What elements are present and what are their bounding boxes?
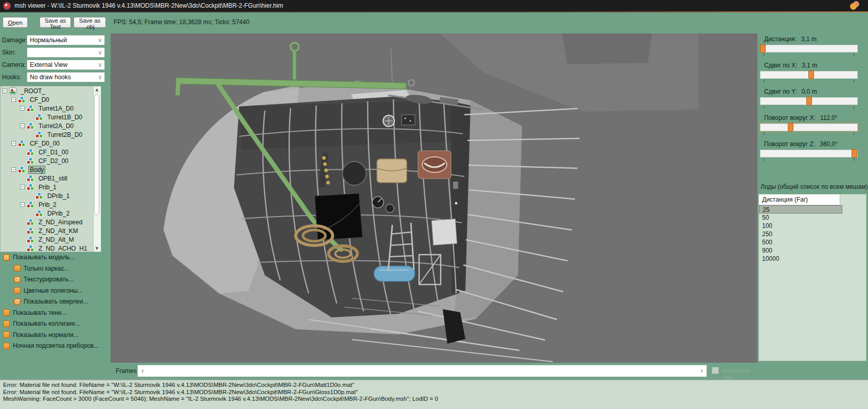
tree-node-Prib_2[interactable]: −Prib_2 [1,200,101,209]
tree-node-Turret2B_D0[interactable]: Turret2B_D0 [1,130,101,139]
tree-node-CF_D2_00[interactable]: CF_D2_00 [1,156,101,165]
title-bar[interactable]: msh viewer - W:\IL-2 Sturmovik 1946 v.4.… [0,0,868,11]
toggle-row[interactable]: Показывать нормали... [3,331,79,339]
orange-checkbox[interactable] [3,309,10,316]
scroll-right-icon[interactable]: › [700,366,703,375]
tree-node-DPrib_1[interactable]: DPrib_1 [1,191,101,200]
slider-thumb[interactable] [808,70,814,79]
tree-node-label[interactable]: Turret1B_D0 [46,114,84,121]
toggle-row[interactable]: Показывать оверлеи... [14,298,88,305]
slider-thumb[interactable] [852,149,857,158]
orange-checkbox[interactable] [3,254,10,261]
tree-node-label[interactable]: Z_ND_ACHO_H1 [37,245,89,252]
tree-node-label[interactable]: Prib_1 [37,184,58,191]
tree-node-label[interactable]: Z_ND_Alt_KM [37,227,80,235]
scroll-up-icon[interactable]: ∧ [94,87,100,93]
tree-node-label[interactable]: CF_D2_00 [37,157,70,165]
lod-row-50[interactable]: 50 [759,214,841,222]
lod-row-900[interactable]: 900 [759,246,841,255]
tree-node-Prib_1[interactable]: −Prib_1 [1,183,101,191]
frames-scrollbar[interactable]: ‹ › [137,365,707,377]
tree-node-Body[interactable]: −Body [1,165,101,174]
tree-node-label[interactable]: CF_D0 [28,96,51,103]
viewport-3d[interactable] [111,33,757,363]
lod-row-500[interactable]: 500 [759,238,841,246]
tree-node-Z_ND_Airspeed[interactable]: Z_ND_Airspeed [1,218,101,226]
toggle-row[interactable]: Только каркас... [14,265,69,272]
lod-row-250[interactable]: 250 [759,230,841,238]
tree-node-OPB1_still[interactable]: OPB1_still [1,174,101,183]
orange-checkbox[interactable] [3,343,10,349]
collapse-toggle-icon[interactable]: − [11,141,16,146]
lod-row-25[interactable]: 25 [759,205,842,214]
scroll-left-icon[interactable]: ‹ [141,366,144,375]
toggle-row[interactable]: Текстурировать... [14,276,74,283]
collapse-toggle-icon[interactable]: − [3,88,7,93]
tree-node-label[interactable]: DPrib_2 [46,210,71,217]
orange-checkbox[interactable] [3,321,10,327]
orange-checkbox[interactable] [14,276,21,283]
lod-row-10000[interactable]: 10000 [759,255,841,263]
slider-track[interactable] [760,123,858,131]
orange-checkbox[interactable] [3,331,10,338]
collapse-toggle-icon[interactable]: − [20,202,25,207]
tree-node-label[interactable]: Body [28,166,45,174]
tree-node-Turret2A_D0[interactable]: −Turret2A_D0 [1,121,101,130]
tree-scrollbar[interactable]: ∧ ∨ [93,86,101,252]
collapse-toggle-icon[interactable]: − [20,185,25,189]
tree-node-CF_D0[interactable]: −CF_D0 [1,95,101,104]
tree-node-label[interactable]: Turret2B_D0 [46,131,84,138]
collapse-toggle-icon[interactable]: − [11,167,16,172]
orange-checkbox[interactable] [14,265,21,272]
tree-node-label[interactable]: DPrib_1 [46,192,71,200]
tree-node-label[interactable]: OPB1_still [37,175,69,182]
tree-node-label[interactable]: Turret2A_D0 [37,122,75,130]
save-as-obj-button[interactable]: Save as .obj [74,17,106,28]
tree-node-CF_D0_00[interactable]: −CF_D0_00 [1,139,101,148]
tree-node-Turret1A_D0[interactable]: −Turret1A_D0 [1,104,101,113]
tree-node-label[interactable]: Turret1A_D0 [37,105,75,112]
collapse-toggle-icon[interactable]: − [20,106,25,111]
animation-on-checkbox[interactable] [712,367,719,374]
tree-node-Z_ND_Alt_KM[interactable]: Z_ND_Alt_KM [1,226,101,235]
tree-node-label[interactable]: Z_ND_Alt_M [37,236,76,243]
slider-track[interactable] [760,150,858,157]
slider-track[interactable] [760,71,858,79]
tree-node-CF_D1_00[interactable]: CF_D1_00 [1,148,101,156]
tree-node-Z_ND_Alt_M[interactable]: Z_ND_Alt_M [1,235,101,244]
tree-node-label[interactable]: CF_D1_00 [37,149,70,156]
toggle-row[interactable]: Показывать коллизии... [3,320,80,327]
toggle-row[interactable]: Показывать тени... [3,309,67,316]
hooks-select[interactable]: No draw hooks∨ [27,72,105,82]
orange-checkbox[interactable] [14,298,21,305]
scroll-down-icon[interactable]: ∨ [94,245,100,251]
tree-node-label[interactable]: Prib_2 [37,201,58,208]
damage-select[interactable]: Нормальный∨ [27,35,105,45]
save-as-text-button[interactable]: Save as Text [40,17,71,28]
open-button[interactable]: Open [3,17,28,28]
toggle-row[interactable]: Ночная подсветка приборов... [3,342,99,349]
scrollbar-thumb[interactable] [94,94,99,215]
orange-checkbox[interactable] [14,287,21,294]
notification-dot-icon[interactable] [847,1,860,10]
tree-node-label[interactable]: CF_D0_00 [28,140,61,147]
toggle-row[interactable]: Цветные полигоны... [14,287,83,294]
tree-node-label[interactable]: _ROOT_ [19,87,47,95]
collapse-toggle-icon[interactable]: − [20,123,25,128]
lod-row-100[interactable]: 100 [759,222,841,230]
slider-thumb[interactable] [806,97,812,105]
lod-column-header[interactable]: Дистанция (Far) [759,194,840,205]
slider-track[interactable] [760,45,858,52]
slider-thumb[interactable] [760,44,766,53]
collapse-toggle-icon[interactable]: − [11,97,16,102]
tree-node-_ROOT_[interactable]: −_ROOT_ [1,86,101,95]
tree-node-label[interactable]: Z_ND_Airspeed [37,219,84,226]
skin-select[interactable]: ∨ [27,47,105,58]
slider-thumb[interactable] [788,123,793,132]
slider-track[interactable] [760,97,858,105]
toggle-row[interactable]: Показывать модель... [3,254,75,261]
tree-node-DPrib_2[interactable]: DPrib_2 [1,209,101,218]
tree-node-Turret1B_D0[interactable]: Turret1B_D0 [1,113,101,121]
tree-node-Z_ND_ACHO_H1[interactable]: Z_ND_ACHO_H1 [1,244,101,252]
camera-select[interactable]: External View∨ [27,60,105,70]
